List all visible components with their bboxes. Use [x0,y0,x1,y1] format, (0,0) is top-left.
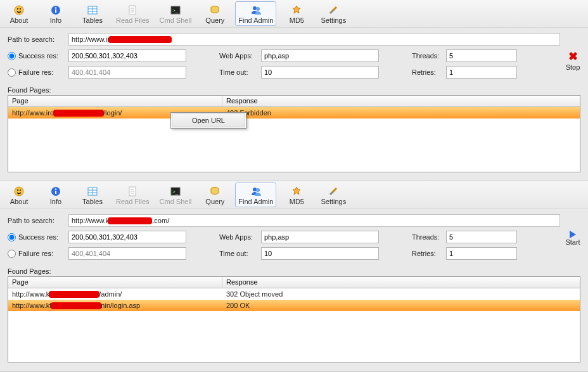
about-button[interactable]: About [3,183,35,207]
threads-input[interactable] [446,231,517,243]
findadmin-icon [251,5,261,15]
toolbar: About Info Tables Read Files >_ Cmd Shel… [0,181,588,209]
readfiles-button[interactable]: Read Files [113,1,153,26]
svg-point-21 [15,187,23,196]
failure-radio-input[interactable] [8,68,16,77]
webapps-input[interactable] [261,231,379,243]
query-button[interactable]: Query [198,183,231,207]
about-button[interactable]: About [3,1,35,26]
table-row[interactable]: http://www.kfnin/login.asp200 OK [8,300,580,311]
panel-bottom: About Info Tables Read Files >_ Cmd Shel… [0,181,588,372]
grid-header: Page Response [8,277,580,288]
results-grid[interactable]: Page Response http://www.k/admin/302 Obj… [8,276,580,362]
info-label: Info [50,16,61,24]
open-url-menu-item[interactable]: Open URL [172,113,245,127]
md5-icon [291,186,302,196]
md5-label: MD5 [290,16,304,24]
findadmin-button[interactable]: Find Admin [235,1,276,26]
readfiles-icon [127,186,137,196]
query-button[interactable]: Query [198,1,231,26]
path-suffix: .com/ [152,217,169,224]
table-row[interactable]: http://www.iro/login/403 Forbidden [8,107,580,119]
success-radio[interactable]: Success res: [8,233,65,241]
cmdshell-icon: >_ [170,186,181,196]
query-icon [210,186,220,196]
success-label: Success res: [18,52,58,60]
svg-rect-4 [55,10,56,13]
failure-radio[interactable]: Failure res: [8,250,65,258]
timeout-input[interactable] [261,66,379,79]
success-radio-input[interactable] [8,233,16,241]
info-button[interactable]: Info [39,1,72,26]
tables-icon [87,186,98,196]
found-label: Found Pages: [8,86,580,94]
tables-button[interactable]: Tables [76,1,109,26]
svg-point-5 [55,7,56,8]
threads-input[interactable] [446,49,517,62]
redacted-url-icon [49,291,99,298]
grid-body: http://www.k/admin/302 Object movedhttp:… [8,288,580,311]
info-button[interactable]: Info [39,183,72,207]
failure-label: Failure res: [18,68,53,76]
found-label: Found Pages: [8,267,580,275]
about-icon [14,186,24,196]
retries-input[interactable] [446,66,517,79]
tables-label: Tables [82,16,103,24]
col-response[interactable]: Response [222,277,292,288]
col-page[interactable]: Page [8,96,222,106]
context-menu: Open URL [170,112,246,129]
timeout-label: Time out: [219,250,257,257]
failure-input[interactable] [68,66,186,79]
start-label: Start [565,238,580,246]
results-grid[interactable]: Page Response http://www.iro/login/403 F… [8,95,580,172]
table-row[interactable]: http://www.k/admin/302 Object moved [8,288,580,300]
retries-input[interactable] [446,247,517,260]
readfiles-button[interactable]: Read Files [113,183,153,207]
path-input[interactable]: http://www.ir [68,33,560,46]
settings-button[interactable]: Settings [317,1,350,26]
cmdshell-button[interactable]: >_ Cmd Shell [157,1,195,26]
failure-radio[interactable]: Failure res: [8,68,65,77]
failure-label: Failure res: [18,250,53,257]
path-label: Path to search: [8,217,65,224]
success-input[interactable] [68,49,186,62]
success-radio[interactable]: Success res: [8,52,65,60]
redacted-url-icon [53,110,104,117]
stop-button[interactable]: ✖ Stop [560,49,585,71]
about-icon [14,5,24,15]
cell-page: http://www.kfnin/login.asp [8,300,222,311]
path-prefix: http://www.k [72,217,109,224]
md5-button[interactable]: MD5 [280,183,313,207]
success-input[interactable] [68,231,186,243]
webapps-input[interactable] [261,49,379,62]
path-input[interactable]: http://www.k .com/ [68,214,560,227]
svg-line-41 [333,188,336,192]
cmdshell-label: Cmd Shell [160,16,192,24]
svg-point-2 [20,8,21,10]
svg-rect-25 [55,191,56,194]
settings-label: Settings [321,198,346,205]
failure-radio-input[interactable] [8,250,16,258]
col-page[interactable]: Page [8,277,222,288]
timeout-label: Time out: [219,68,257,76]
md5-button[interactable]: MD5 [280,1,313,26]
svg-text:>_: >_ [172,8,179,13]
settings-button[interactable]: Settings [317,183,350,207]
tables-button[interactable]: Tables [76,183,109,207]
play-icon [560,231,585,238]
failure-input[interactable] [68,247,186,260]
svg-point-18 [256,7,260,11]
path-label: Path to search: [8,35,65,43]
findadmin-button[interactable]: Find Admin [235,183,276,207]
timeout-input[interactable] [261,247,379,260]
query-label: Query [205,16,224,24]
svg-point-17 [253,6,257,10]
tables-label: Tables [82,198,103,205]
cmdshell-button[interactable]: >_ Cmd Shell [157,183,195,207]
success-radio-input[interactable] [8,52,16,60]
start-button[interactable]: Start [560,231,585,246]
redacted-url-icon [51,302,101,309]
findadmin-label: Find Admin [238,16,273,24]
readfiles-label: Read Files [116,16,150,24]
col-response[interactable]: Response [222,96,292,106]
